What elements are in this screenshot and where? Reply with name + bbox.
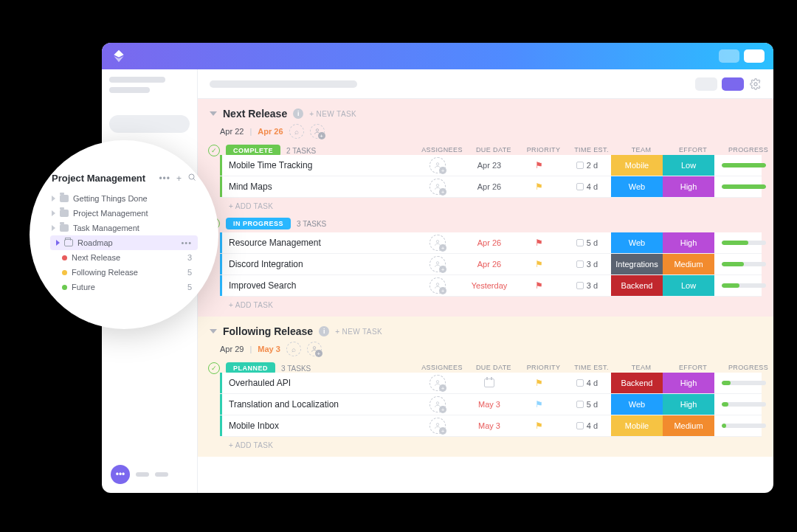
- assignee-add-icon[interactable]: +: [307, 342, 322, 356]
- info-icon[interactable]: i: [293, 108, 303, 119]
- progress-bar[interactable]: [722, 283, 766, 288]
- flag-icon[interactable]: ⚑: [535, 259, 543, 269]
- team-chip[interactable]: Backend: [611, 373, 663, 393]
- time-estimate[interactable]: 4 d: [587, 379, 598, 387]
- due-date[interactable]: Apr 26: [477, 238, 501, 247]
- info-icon[interactable]: i: [319, 326, 329, 336]
- sidebar-search[interactable]: [109, 115, 190, 133]
- effort-chip[interactable]: Low: [663, 275, 714, 296]
- new-task-link[interactable]: + NEW TASK: [335, 328, 382, 336]
- due-date[interactable]: Apr 26: [477, 182, 501, 191]
- task-name[interactable]: Mobile Time Tracking: [220, 160, 412, 170]
- progress-bar[interactable]: [722, 184, 766, 189]
- effort-chip[interactable]: High: [663, 176, 714, 197]
- task-name[interactable]: Overhauled API: [220, 378, 412, 388]
- effort-chip[interactable]: Medium: [663, 415, 714, 436]
- new-task-link[interactable]: + NEW TASK: [309, 110, 356, 118]
- team-chip[interactable]: Mobile: [611, 415, 663, 436]
- task-row[interactable]: Improved Search+Yesterday⚑3 dBackendLow: [220, 275, 762, 297]
- due-date[interactable]: Apr 23: [477, 161, 501, 170]
- time-estimate[interactable]: 5 d: [587, 400, 598, 409]
- task-row[interactable]: Discord Integration+Apr 26⚑3 dIntegratio…: [220, 254, 762, 275]
- team-chip[interactable]: Integrations: [611, 254, 663, 274]
- chat-bubble-icon[interactable]: •••: [111, 465, 130, 484]
- task-row[interactable]: Overhauled API+⚑4 dBackendHigh: [220, 373, 762, 394]
- popover-folder-item[interactable]: Project Management: [50, 206, 198, 221]
- assignee-add-icon[interactable]: +: [429, 396, 446, 412]
- progress-bar[interactable]: [722, 424, 766, 428]
- more-icon[interactable]: [181, 238, 192, 247]
- progress-bar[interactable]: [722, 402, 766, 407]
- toolbar-button-1[interactable]: [695, 77, 717, 91]
- assignee-add-icon[interactable]: +: [429, 418, 446, 434]
- due-date[interactable]: May 3: [478, 400, 500, 409]
- time-estimate[interactable]: 5 d: [587, 238, 598, 247]
- flag-icon[interactable]: ⚑: [535, 280, 543, 291]
- flag-icon[interactable]: ⚑: [535, 378, 543, 388]
- time-estimate[interactable]: 4 d: [587, 421, 598, 430]
- popover-list-item[interactable]: Next Release3: [50, 250, 198, 265]
- time-estimate[interactable]: 3 d: [587, 260, 598, 269]
- check-circle-icon[interactable]: ✓: [208, 145, 220, 156]
- header-control-1[interactable]: [719, 49, 739, 63]
- progress-bar[interactable]: [722, 163, 766, 167]
- chevron-down-icon[interactable]: [210, 329, 217, 334]
- popover-folder-item[interactable]: Getting Things Done: [50, 191, 198, 206]
- team-chip[interactable]: Web: [611, 232, 663, 253]
- assignee-add-icon[interactable]: +: [429, 235, 446, 251]
- search-icon[interactable]: [187, 173, 196, 184]
- header-control-2[interactable]: [744, 49, 765, 63]
- progress-bar[interactable]: [722, 381, 766, 385]
- status-chip[interactable]: IN PROGRESS: [226, 218, 291, 229]
- task-name[interactable]: Translation and Localization: [220, 399, 412, 410]
- date-icon[interactable]: ⌕: [286, 342, 301, 356]
- assignee-add-icon[interactable]: +: [429, 375, 446, 391]
- popover-list-item[interactable]: Future5: [50, 280, 198, 294]
- task-row[interactable]: Mind Maps+Apr 26⚑4 dWebHigh: [220, 176, 762, 198]
- effort-chip[interactable]: Medium: [663, 254, 714, 274]
- more-icon[interactable]: [159, 173, 170, 184]
- check-circle-icon[interactable]: ✓: [208, 362, 220, 374]
- assignee-add-icon[interactable]: +: [429, 256, 446, 272]
- time-estimate[interactable]: 2 d: [587, 161, 598, 170]
- task-name[interactable]: Discord Integration: [220, 259, 412, 269]
- flag-icon[interactable]: ⚑: [535, 182, 543, 192]
- task-row[interactable]: Translation and Localization+May 3⚑5 dWe…: [220, 394, 762, 415]
- task-name[interactable]: Resource Management: [220, 238, 412, 248]
- flag-icon[interactable]: ⚑: [535, 399, 543, 410]
- plus-icon[interactable]: +: [176, 173, 182, 184]
- task-name[interactable]: Mobile Inbox: [220, 421, 412, 431]
- assignee-add-icon[interactable]: +: [429, 157, 446, 173]
- task-name[interactable]: Improved Search: [220, 280, 412, 291]
- date-icon[interactable]: ⌕: [289, 124, 304, 139]
- task-name[interactable]: Mind Maps: [220, 182, 412, 192]
- flag-icon[interactable]: ⚑: [535, 421, 543, 431]
- gear-icon[interactable]: [750, 78, 762, 90]
- team-chip[interactable]: Web: [611, 394, 663, 415]
- task-row[interactable]: Mobile Time Tracking+Apr 23⚑2 dMobileLow: [220, 155, 762, 176]
- popover-list-item[interactable]: Following Release5: [50, 265, 198, 280]
- assignee-add-icon[interactable]: +: [310, 124, 325, 139]
- effort-chip[interactable]: Low: [663, 155, 714, 176]
- flag-icon[interactable]: ⚑: [535, 238, 543, 248]
- calendar-icon[interactable]: [484, 379, 494, 387]
- team-chip[interactable]: Mobile: [611, 155, 663, 176]
- add-task-link[interactable]: + ADD TASK: [210, 437, 762, 454]
- due-date[interactable]: May 3: [478, 421, 500, 430]
- task-row[interactable]: Resource Management+Apr 26⚑5 dWebHigh: [220, 232, 762, 254]
- add-task-link[interactable]: + ADD TASK: [210, 297, 762, 314]
- due-date[interactable]: Apr 26: [477, 260, 501, 269]
- popover-folder-item[interactable]: Task Management: [50, 221, 198, 235]
- toolbar-button-2[interactable]: [722, 77, 744, 91]
- progress-bar[interactable]: [722, 241, 766, 245]
- task-row[interactable]: Mobile Inbox+May 3⚑4 dMobileMedium: [220, 415, 762, 437]
- team-chip[interactable]: Web: [611, 176, 663, 197]
- chevron-down-icon[interactable]: [210, 111, 217, 116]
- effort-chip[interactable]: High: [663, 232, 714, 253]
- popover-folder-item[interactable]: Roadmap: [50, 235, 198, 250]
- effort-chip[interactable]: High: [663, 373, 714, 393]
- add-task-link[interactable]: + ADD TASK: [210, 198, 762, 215]
- progress-bar[interactable]: [722, 262, 766, 266]
- due-date[interactable]: Yesterday: [472, 281, 508, 290]
- time-estimate[interactable]: 4 d: [587, 182, 598, 191]
